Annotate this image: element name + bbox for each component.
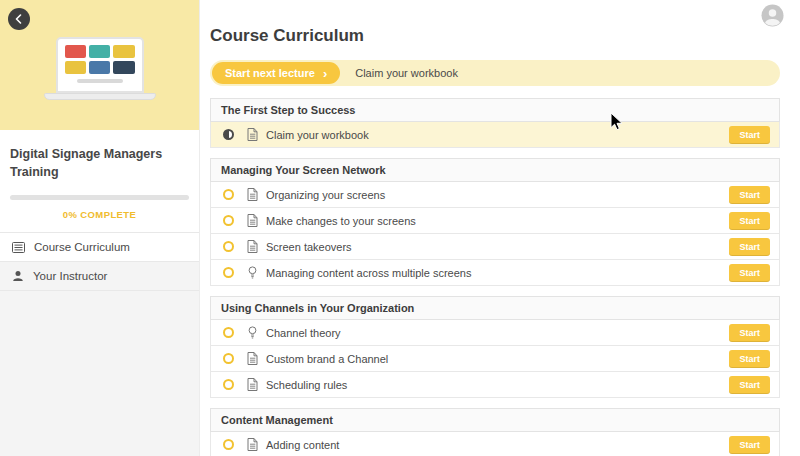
- lecture-title: Screen takeovers: [266, 241, 352, 253]
- user-avatar[interactable]: [761, 4, 784, 27]
- lecture-status-icon: [223, 379, 234, 390]
- lecture-status-icon: [223, 267, 234, 278]
- lecture-row[interactable]: Screen takeoversStart: [210, 234, 780, 260]
- start-button[interactable]: Start: [729, 436, 770, 454]
- sidebar: Digital Signage Managers Training 0% COM…: [0, 0, 200, 456]
- lecture-status-icon: [223, 353, 234, 364]
- progress-bar: [10, 195, 189, 200]
- lecture-title: Custom brand a Channel: [266, 353, 388, 365]
- lecture-row[interactable]: Adding contentStart: [210, 432, 780, 456]
- document-icon: [247, 214, 258, 227]
- curriculum-section: The First Step to SuccessClaim your work…: [210, 98, 780, 148]
- lecture-row[interactable]: Managing content across multiple screens…: [210, 260, 780, 286]
- lecture-status-icon: [223, 327, 234, 338]
- sidebar-item-course-curriculum[interactable]: Course Curriculum: [0, 233, 199, 262]
- laptop-tile: [113, 45, 134, 58]
- next-lecture-banner: Start next lecture › Claim your workbook: [210, 60, 780, 86]
- start-button[interactable]: Start: [729, 238, 770, 256]
- start-button[interactable]: Start: [729, 376, 770, 394]
- sections: The First Step to SuccessClaim your work…: [210, 98, 780, 456]
- laptop-tile: [113, 61, 134, 74]
- section-title: Content Management: [210, 408, 780, 432]
- start-next-lecture-button[interactable]: Start next lecture ›: [212, 62, 340, 84]
- laptop-dock: [77, 79, 123, 83]
- lecture-title: Managing content across multiple screens: [266, 267, 471, 279]
- chevron-left-icon: [14, 14, 24, 24]
- laptop-screen: [56, 37, 144, 93]
- laptop-tile: [65, 61, 86, 74]
- lecture-title: Adding content: [266, 439, 339, 451]
- document-icon: [247, 438, 258, 451]
- main-content: Course Curriculum Start next lecture › C…: [200, 0, 800, 456]
- start-button[interactable]: Start: [729, 186, 770, 204]
- lecture-status-icon: [223, 241, 234, 252]
- lecture-row[interactable]: Channel theoryStart: [210, 320, 780, 346]
- sidebar-filler: [0, 291, 199, 456]
- curriculum-section: Using Channels in Your OrganizationChann…: [210, 296, 780, 398]
- start-button[interactable]: Start: [729, 264, 770, 282]
- document-icon: [247, 188, 258, 201]
- lightbulb-icon: [247, 266, 258, 279]
- instructor-person-icon: [12, 270, 24, 282]
- lecture-status-icon: [223, 129, 234, 140]
- sidebar-hero: [0, 0, 199, 130]
- next-lecture-title: Claim your workbook: [355, 67, 458, 79]
- section-title: The First Step to Success: [210, 98, 780, 122]
- lecture-row[interactable]: Make changes to your screensStart: [210, 208, 780, 234]
- document-icon: [247, 128, 258, 141]
- laptop-tile: [89, 45, 110, 58]
- lecture-status-icon: [223, 189, 234, 200]
- document-icon: [247, 352, 258, 365]
- laptop-tile: [65, 45, 86, 58]
- progress-label: 0% COMPLETE: [10, 209, 189, 220]
- laptop-base: [44, 93, 156, 100]
- document-icon: [247, 378, 258, 391]
- lecture-row[interactable]: Custom brand a ChannelStart: [210, 346, 780, 372]
- page-title: Course Curriculum: [210, 26, 780, 46]
- course-title: Digital Signage Managers Training: [10, 146, 189, 181]
- start-button[interactable]: Start: [729, 350, 770, 368]
- lecture-title: Channel theory: [266, 327, 341, 339]
- section-title: Managing Your Screen Network: [210, 158, 780, 182]
- sidebar-item-label: Course Curriculum: [34, 241, 130, 253]
- laptop-tiles: [65, 45, 135, 74]
- curriculum-section: Managing Your Screen NetworkOrganizing y…: [210, 158, 780, 286]
- lecture-title: Make changes to your screens: [266, 215, 416, 227]
- document-icon: [247, 240, 258, 253]
- laptop-illustration: [44, 37, 156, 100]
- start-button[interactable]: Start: [729, 212, 770, 230]
- lecture-status-icon: [223, 439, 234, 450]
- curriculum-section: Content ManagementAdding contentStartEas…: [210, 408, 780, 456]
- laptop-tile: [89, 61, 110, 74]
- course-info: Digital Signage Managers Training 0% COM…: [0, 130, 199, 233]
- chevron-right-icon: ›: [323, 67, 327, 80]
- sidebar-item-label: Your Instructor: [33, 270, 107, 282]
- sidebar-item-your-instructor[interactable]: Your Instructor: [0, 262, 199, 291]
- start-button[interactable]: Start: [729, 126, 770, 144]
- back-button[interactable]: [8, 8, 30, 30]
- lecture-status-icon: [223, 215, 234, 226]
- lecture-title: Claim your workbook: [266, 129, 369, 141]
- lecture-title: Scheduling rules: [266, 379, 347, 391]
- lecture-row[interactable]: Claim your workbookStart: [210, 122, 780, 148]
- start-button[interactable]: Start: [729, 324, 770, 342]
- lecture-row[interactable]: Scheduling rulesStart: [210, 372, 780, 398]
- section-title: Using Channels in Your Organization: [210, 296, 780, 320]
- start-next-lecture-label: Start next lecture: [225, 67, 315, 79]
- lecture-title: Organizing your screens: [266, 189, 385, 201]
- lecture-row[interactable]: Organizing your screensStart: [210, 182, 780, 208]
- lightbulb-icon: [247, 326, 258, 339]
- curriculum-list-icon: [12, 242, 25, 253]
